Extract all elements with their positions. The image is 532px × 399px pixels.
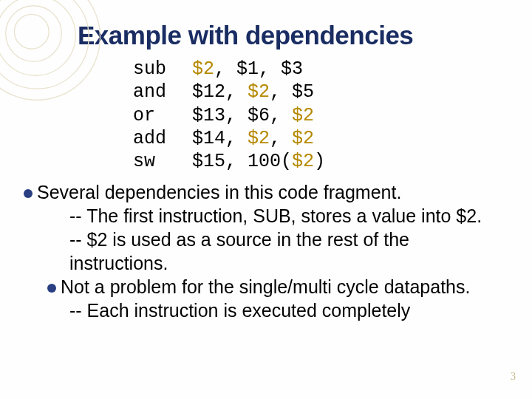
operand-text: , $1, $3 xyxy=(214,58,303,80)
page-number: 3 xyxy=(511,371,516,383)
operands: $2, $1, $3 xyxy=(192,58,532,81)
operand-text: $14, xyxy=(192,128,248,149)
operands: $15, 100($2) xyxy=(192,150,532,173)
code-block: sub and or add sw $2, $1, $3 $12, $2, $5… xyxy=(0,58,532,180)
operands: $13, $6, $2 xyxy=(192,104,532,127)
op: and xyxy=(133,81,192,103)
bullet-icon xyxy=(24,189,33,198)
operand-column: $2, $1, $3 $12, $2, $5 $13, $6, $2 $14, … xyxy=(192,58,532,173)
bullet-line: Not a problem for the single/multi cycle… xyxy=(38,275,505,299)
bullet-text: Not a problem for the single/multi cycle… xyxy=(61,276,470,297)
operand-text: , xyxy=(270,128,292,149)
dash-line: -- $2 is used as a source in the rest of… xyxy=(38,228,505,275)
op: add xyxy=(133,127,192,150)
slide-title: Example with dependencies xyxy=(0,0,532,58)
bullet-text: Several dependencies in this code fragme… xyxy=(37,182,401,202)
operand-text: $12, xyxy=(192,81,248,103)
body-text: Several dependencies in this code fragme… xyxy=(0,180,532,322)
dep-reg: $2 xyxy=(192,58,214,80)
dep-reg: $2 xyxy=(292,151,314,172)
bullet-icon xyxy=(47,284,56,293)
bullet-line: Several dependencies in this code fragme… xyxy=(38,180,505,204)
operands: $14, $2, $2 xyxy=(192,127,532,150)
op: sw xyxy=(133,150,192,173)
operand-text: ) xyxy=(314,151,325,172)
operand-text: $13, $6, xyxy=(192,105,292,126)
operand-text: , $5 xyxy=(270,81,314,103)
dash-line: -- Each instruction is executed complete… xyxy=(38,299,505,322)
operand-text: $15, 100( xyxy=(192,151,292,172)
op: or xyxy=(133,104,192,127)
op: sub xyxy=(133,58,192,81)
opcode-column: sub and or add sw xyxy=(0,58,192,173)
operands: $12, $2, $5 xyxy=(192,81,532,103)
dash-line: -- The first instruction, SUB, stores a … xyxy=(38,204,505,228)
dep-reg: $2 xyxy=(292,128,314,149)
dep-reg: $2 xyxy=(248,128,270,149)
dep-reg: $2 xyxy=(292,105,314,126)
dep-reg: $2 xyxy=(248,81,270,103)
